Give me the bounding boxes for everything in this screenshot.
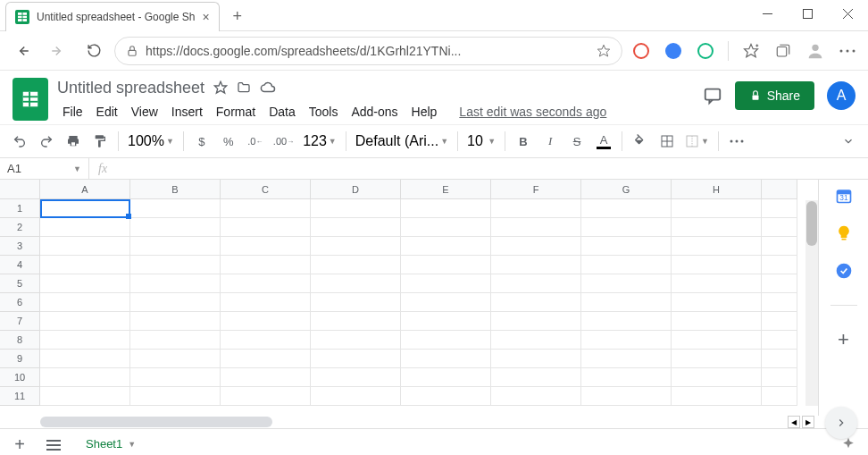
font-size-dropdown[interactable]: 10▼ (463, 133, 499, 149)
percent-button[interactable]: % (216, 129, 241, 154)
font-dropdown[interactable]: Default (Ari...▼ (352, 133, 452, 149)
cell[interactable] (401, 350, 491, 368)
strikethrough-button[interactable]: S (564, 129, 589, 154)
cell[interactable] (672, 237, 762, 256)
cell[interactable] (762, 312, 797, 331)
cell[interactable] (130, 331, 221, 350)
merge-cells-button[interactable]: ▼ (681, 134, 713, 148)
cell[interactable] (401, 274, 491, 293)
decimal-decrease-button[interactable]: .0← (243, 129, 268, 154)
cell[interactable] (401, 199, 491, 218)
cell[interactable] (130, 387, 221, 406)
cell[interactable] (581, 293, 672, 312)
cell[interactable] (221, 368, 311, 387)
column-header[interactable]: E (401, 180, 491, 199)
cell[interactable] (401, 368, 491, 387)
cell[interactable] (762, 293, 797, 312)
cell[interactable] (762, 256, 797, 274)
menu-tools[interactable]: Tools (304, 103, 344, 121)
cell[interactable] (401, 331, 491, 350)
cell[interactable] (491, 312, 581, 331)
redo-button[interactable] (34, 129, 59, 154)
cell[interactable] (130, 274, 221, 293)
cell[interactable] (401, 256, 491, 274)
row-header[interactable]: 9 (0, 350, 40, 368)
collapse-toolbar-button[interactable] (836, 129, 861, 154)
name-box[interactable]: A1▼ (0, 158, 89, 179)
menu-file[interactable]: File (57, 103, 88, 121)
cell[interactable] (311, 293, 401, 312)
collections-button[interactable] (770, 38, 797, 64)
sheets-logo[interactable] (13, 78, 48, 121)
row-header[interactable]: 2 (0, 218, 40, 237)
column-header[interactable] (762, 180, 797, 199)
cloud-status-icon[interactable] (260, 80, 276, 96)
menu-help[interactable]: Help (406, 103, 443, 121)
column-header[interactable]: F (491, 180, 581, 199)
cell[interactable] (581, 312, 672, 331)
cell[interactable] (491, 293, 581, 312)
side-panel-toggle[interactable] (825, 407, 857, 439)
bold-button[interactable]: B (511, 129, 536, 154)
cell[interactable] (581, 218, 672, 237)
cell[interactable] (311, 350, 401, 368)
spreadsheet-grid[interactable]: A B C D E F G H 1 2 3 4 5 6 7 8 9 10 11 (0, 180, 818, 416)
cell[interactable] (672, 331, 762, 350)
cell[interactable] (581, 387, 672, 406)
row-header[interactable]: 10 (0, 368, 40, 387)
document-title[interactable]: Untitled spreadsheet (57, 79, 204, 97)
cell[interactable] (221, 331, 311, 350)
cell[interactable] (672, 256, 762, 274)
nav-forward-button[interactable] (43, 36, 73, 66)
cell[interactable] (762, 199, 797, 218)
row-header[interactable]: 5 (0, 274, 40, 293)
browser-menu-button[interactable] (834, 38, 861, 64)
cell[interactable] (221, 293, 311, 312)
menu-format[interactable]: Format (211, 103, 261, 121)
cell[interactable] (401, 218, 491, 237)
cell[interactable] (581, 368, 672, 387)
calendar-addon-icon[interactable]: 31 (835, 187, 853, 205)
cell[interactable] (221, 350, 311, 368)
cell[interactable] (130, 293, 221, 312)
cell[interactable] (491, 350, 581, 368)
cell[interactable] (311, 331, 401, 350)
cell[interactable] (401, 387, 491, 406)
column-header[interactable]: C (221, 180, 311, 199)
browser-tab[interactable]: Untitled spreadsheet - Google Sh × (5, 2, 220, 31)
cell[interactable] (491, 218, 581, 237)
borders-button[interactable] (655, 129, 680, 154)
cell[interactable] (221, 387, 311, 406)
nav-back-button[interactable] (7, 36, 38, 66)
cell[interactable] (311, 256, 401, 274)
cell[interactable] (130, 368, 221, 387)
decimal-increase-button[interactable]: .00→ (270, 129, 297, 154)
cell[interactable] (401, 237, 491, 256)
keep-addon-icon[interactable] (835, 224, 853, 242)
cell[interactable] (491, 274, 581, 293)
cell[interactable] (40, 350, 130, 368)
zoom-dropdown[interactable]: 100%▼ (124, 133, 178, 149)
row-header[interactable]: 4 (0, 256, 40, 274)
row-header[interactable]: 7 (0, 312, 40, 331)
column-header[interactable]: B (130, 180, 221, 199)
cell[interactable] (491, 256, 581, 274)
cell[interactable] (130, 256, 221, 274)
print-button[interactable] (61, 129, 86, 154)
cell[interactable] (221, 312, 311, 331)
cell[interactable] (311, 199, 401, 218)
select-all-corner[interactable] (0, 180, 40, 199)
cell[interactable] (762, 350, 797, 368)
cell[interactable] (672, 312, 762, 331)
extension-2-icon[interactable] (660, 38, 687, 64)
add-sheet-button[interactable]: + (7, 433, 32, 456)
cell[interactable] (40, 274, 130, 293)
more-toolbar-button[interactable] (724, 129, 749, 154)
cell[interactable] (581, 237, 672, 256)
tasks-addon-icon[interactable] (835, 262, 853, 280)
currency-button[interactable]: $ (189, 129, 214, 154)
italic-button[interactable]: I (538, 129, 563, 154)
scroll-left-button[interactable]: ◀ (788, 416, 800, 428)
cell[interactable] (672, 368, 762, 387)
window-maximize-button[interactable] (788, 0, 828, 27)
